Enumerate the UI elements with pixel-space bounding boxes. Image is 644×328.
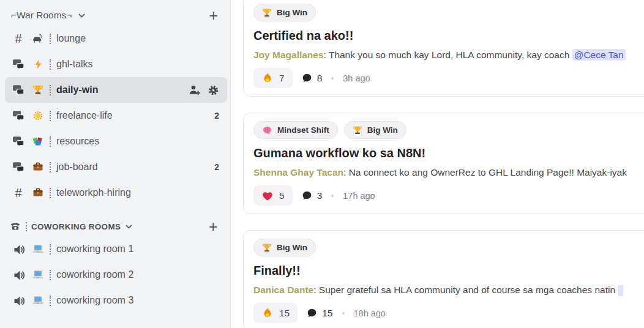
post-excerpt: Joy Magallanes: Thank you so much kay Lo… [253,48,644,62]
chevron-down-icon[interactable] [78,12,86,20]
fire-icon [261,72,274,84]
trophy-icon [31,84,45,95]
dotted-divider [50,85,51,95]
heart-icon [261,190,274,201]
channel-name: coworking room 2 [56,269,133,280]
channel-name: job-board [56,162,98,173]
books-icon [31,136,45,147]
comment-count: 3 [302,190,323,201]
post-author: Shenna Ghay Tacan [253,167,343,177]
brain-icon [262,125,272,135]
laptop-icon [31,244,45,255]
dotted-divider [50,188,51,198]
comment-bubble-icon [302,190,312,201]
post-excerpt: Shenna Ghay Tacan: Na connect ko ang Own… [253,166,644,179]
trophy-icon [262,8,272,18]
sidebar-item-lounge[interactable]: # lounge [5,26,227,51]
tag-mindset-shift: Mindset Shift [253,121,338,139]
trophy-icon [262,243,272,253]
dotted-divider [50,244,51,255]
forum-channel-icon [10,58,26,70]
comment-bubble-icon [307,308,317,318]
category-title: COWORKING ROOMS [31,222,121,231]
sidebar-item-coworking-room-3[interactable]: coworking room 3 [5,288,227,313]
sidebar-item-job-board[interactable]: job-board 2 [5,154,227,180]
dot-separator [331,77,334,80]
fire-icon [261,307,274,319]
sidebar-item-coworking-room-1[interactable]: coworking room 1 [5,236,227,262]
user-mention[interactable] [618,285,623,296]
couch-icon [31,33,45,44]
post-excerpt: Danica Dante: Super grateful sa HLA comm… [253,283,644,297]
hash-icon: # [10,186,26,200]
dotted-divider [50,59,51,70]
channel-sidebar: ⌐War Rooms¬ + # lounge ghl-talks daily-w… [0,0,231,328]
reaction-count: 7 [279,73,285,84]
post-timestamp: 17h ago [343,191,375,201]
speaker-icon [10,269,26,281]
briefcase-icon [31,162,45,173]
dotted-divider [50,136,51,147]
sidebar-item-coworking-room-2[interactable]: coworking room 2 [5,262,227,288]
sidebar-item-freelance-life[interactable]: freelance-life 2 [5,103,227,129]
channel-name: coworking room 3 [56,295,133,306]
forum-post-card[interactable]: Big Win Finally!! Danica Dante: Super gr… [243,230,644,328]
comment-count: 15 [307,308,332,319]
sidebar-item-resources[interactable]: resources [5,129,227,154]
post-timestamp: 18h ago [354,308,386,318]
unread-badge: 2 [214,162,219,172]
forum-channel-icon [10,84,26,96]
sidebar-item-ghl-talks[interactable]: ghl-talks [5,51,227,77]
speaker-icon [10,244,26,255]
dotted-divider [50,296,51,306]
dotted-divider [26,222,27,231]
gear-icon[interactable] [208,84,219,96]
unread-badge: 2 [214,111,219,121]
telephone-icon [10,221,21,232]
laptop-icon [31,295,45,306]
sidebar-item-daily-win[interactable]: daily-win [5,77,227,103]
chevron-down-icon[interactable] [125,223,133,231]
channel-name: lounge [56,33,86,44]
user-mention[interactable]: @Cece Tan [572,49,626,61]
dot-separator [331,195,334,197]
forum-post-card[interactable]: Mindset Shift Big Win Gumana workflow ko… [243,113,644,214]
comment-count: 8 [302,73,323,84]
briefcase-icon [31,187,45,198]
dotted-divider [50,111,51,121]
reaction-pill[interactable]: 5 [253,185,293,206]
invite-members-icon[interactable] [189,84,201,96]
forum-post-card[interactable]: Big Win Certified na ako!! Joy Magallane… [243,0,644,97]
tag-big-win: Big Win [344,121,406,139]
sidebar-item-teleworkph-hiring[interactable]: # teleworkph-hiring [5,180,227,206]
forum-channel-icon [10,135,26,147]
dotted-divider [50,34,51,44]
trophy-icon [353,125,362,135]
category-coworking-rooms[interactable]: COWORKING ROOMS + [0,217,230,236]
reaction-count: 5 [279,190,285,201]
reaction-pill[interactable]: 7 [253,68,293,88]
channel-name: daily-win [56,84,98,95]
speaker-icon [10,295,26,307]
add-channel-button[interactable]: + [209,221,218,232]
post-timestamp: 3h ago [343,73,370,83]
comment-bubble-icon [302,73,312,83]
tag-big-win: Big Win [253,239,316,256]
forum-post-list: Big Win Certified na ako!! Joy Magallane… [231,0,644,328]
dotted-divider [50,162,51,173]
channel-name: freelance-life [56,110,113,121]
reaction-pill[interactable]: 15 [253,303,298,323]
channel-name: coworking room 1 [56,244,133,255]
channel-name: teleworkph-hiring [56,187,131,198]
laptop-icon [31,269,45,280]
add-channel-button[interactable]: + [209,10,218,21]
dotted-divider [50,270,51,280]
post-author: Joy Magallanes [253,50,324,60]
forum-channel-icon [10,161,26,173]
app-window: ⌐War Rooms¬ + # lounge ghl-talks daily-w… [0,0,644,328]
hash-icon: # [10,32,26,46]
category-title: ⌐War Rooms¬ [11,10,72,21]
dot-separator [342,312,345,315]
category-war-rooms[interactable]: ⌐War Rooms¬ + [0,5,230,26]
post-author: Danica Dante [253,285,313,295]
